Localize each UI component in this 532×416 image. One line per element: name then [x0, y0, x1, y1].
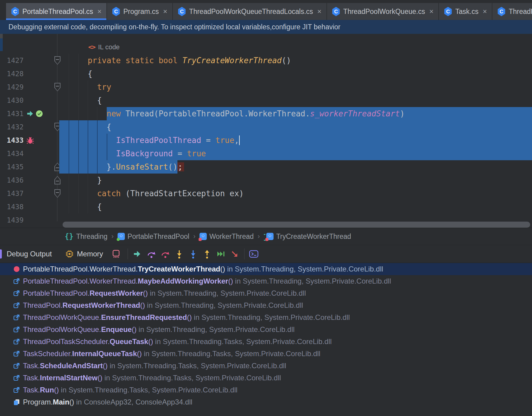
code-text: IsBackground = true	[59, 147, 206, 160]
left-rail-top	[0, 34, 3, 38]
step-into-icon[interactable]	[174, 249, 184, 259]
stack-frame-text: ThreadPoolTaskScheduler.QueueTask() in S…	[23, 337, 332, 346]
stack-frame-row[interactable]: ThreadPoolTaskScheduler.QueueTask() in S…	[0, 336, 532, 348]
line-number-1438[interactable]: 1438	[0, 200, 24, 213]
editor-horizontal-scrollbar[interactable]	[63, 222, 530, 228]
line-number-1439[interactable]: 1439	[0, 213, 24, 227]
code-line-1427[interactable]: private static bool TryCreateWorkerThrea…	[59, 54, 532, 67]
tab-threadpool[interactable]: CThreadPool	[492, 3, 532, 20]
close-tab-icon[interactable]: ×	[429, 7, 433, 16]
csharp-file-icon: C	[112, 7, 120, 16]
code-line-1430[interactable]: {	[59, 94, 532, 107]
line-number-1432[interactable]: 1432	[0, 120, 24, 134]
tab-threadpoolworkqueue-cs[interactable]: CThreadPoolWorkQueue.cs×	[327, 3, 439, 20]
tab-task-cs[interactable]: CTask.cs×	[439, 3, 492, 20]
breakpoint-verified-icon[interactable]	[35, 110, 43, 119]
namespace-icon: {}	[65, 232, 73, 241]
stack-frame-row[interactable]: ThreadPoolWorkQueue.Enqueue() in System.…	[0, 323, 532, 336]
breadcrumb-item-workerthread[interactable]: ◇WorkerThread	[199, 232, 254, 241]
code-line-1433[interactable]: IsThreadPoolThread = true,	[59, 134, 532, 147]
stack-frame-text: Program.Main() in ConsoleApp32, ConsoleA…	[23, 398, 192, 406]
line-number-1431[interactable]: 1431	[0, 107, 24, 120]
tab-label: Task.cs	[455, 8, 478, 16]
breadcrumb: {}Threading›◇PortableThreadPool›◇WorkerT…	[0, 228, 532, 245]
run-to-cursor-icon[interactable]	[216, 249, 226, 259]
line-number-1434[interactable]: 1434	[0, 147, 24, 160]
stack-frame-row[interactable]: PortableThreadPool.RequestWorker() in Sy…	[0, 287, 532, 299]
code-line-1438[interactable]: {	[59, 200, 532, 213]
memory-view-icon[interactable]	[111, 249, 121, 259]
breadcrumb-item-trycreateworkerthread[interactable]: ◇TryCreateWorkerThread	[264, 232, 351, 241]
breadcrumb-item-threading[interactable]: {}Threading	[65, 232, 107, 241]
stack-frame-row[interactable]: Task.ScheduleAndStart() in System.Thread…	[0, 360, 532, 372]
stack-frame-row[interactable]: TaskScheduler.InternalQueueTask() in Sys…	[0, 348, 532, 360]
text-caret	[239, 135, 240, 145]
selection-highlight	[59, 120, 532, 134]
tab-debug-output[interactable]: Debug Output	[7, 250, 52, 258]
close-tab-icon[interactable]: ×	[97, 7, 102, 16]
line-number-1429[interactable]: 1429	[0, 80, 24, 94]
force-run-to-cursor-icon[interactable]	[230, 249, 240, 259]
code-line-1437[interactable]: catch (ThreadStartException ex)	[59, 187, 532, 200]
tab-portablethreadpool-cs[interactable]: CPortableThreadPool.cs×	[6, 3, 106, 20]
line-number-1437[interactable]: 1437	[0, 187, 24, 200]
il-code-label: IL code	[98, 43, 120, 51]
csharp-file-icon: C	[11, 7, 19, 16]
stack-frame-text: PortableThreadPool.RequestWorker() in Sy…	[23, 289, 306, 297]
code-line-1429[interactable]: try	[59, 80, 532, 94]
show-execution-point-icon[interactable]	[132, 249, 142, 259]
line-number-1433[interactable]: 1433	[0, 134, 24, 147]
line-number-1435[interactable]: 1435	[0, 160, 24, 174]
code-line-1432[interactable]: {	[59, 120, 532, 134]
force-step-over-icon[interactable]	[160, 249, 170, 259]
close-tab-icon[interactable]: ×	[163, 7, 167, 16]
stack-frame-row[interactable]: PortableThreadPool.WorkerThread.TryCreat…	[0, 263, 532, 275]
evaluate-console-icon[interactable]	[249, 249, 259, 259]
stack-frame-row[interactable]: Task.Run() in System.Threading.Tasks, Sy…	[0, 384, 532, 396]
breadcrumb-label: PortableThreadPool	[128, 232, 190, 241]
il-code-inlay[interactable]: <>IL code	[88, 41, 120, 54]
code-text: {	[59, 200, 102, 213]
stack-frame-row[interactable]: Task.InternalStartNew() in System.Thread…	[0, 372, 532, 384]
csharp-file-icon: C	[332, 7, 340, 16]
debugger-bug-icon[interactable]	[26, 136, 34, 145]
line-number-1427[interactable]: 1427	[0, 54, 24, 67]
tab-label: ThreadPoolWorkQueue.cs	[343, 8, 425, 16]
close-tab-icon[interactable]: ×	[317, 7, 322, 16]
code-line-1431[interactable]: new Thread(PortableThreadPool.WorkerThre…	[59, 107, 532, 120]
external-icon	[13, 338, 20, 345]
stack-frame-text: Task.ScheduleAndStart() in System.Thread…	[23, 362, 286, 370]
stack-frame-text: Task.InternalStartNew() in System.Thread…	[23, 374, 281, 382]
code-line-1435[interactable]: }.UnsafeStart();	[59, 160, 532, 174]
stack-frame-row[interactable]: Program.Main() in ConsoleApp32, ConsoleA…	[0, 396, 532, 408]
debug-output-icon	[0, 249, 2, 258]
code-text: try	[59, 80, 111, 94]
step-out-icon[interactable]	[202, 249, 212, 259]
code-text: catch (ThreadStartException ex)	[59, 187, 244, 200]
stack-frame-row[interactable]: ThreadPoolWorkQueue.EnsureThreadRequeste…	[0, 311, 532, 323]
tab-threadpoolworkqueuethreadlocals-cs[interactable]: CThreadPoolWorkQueueThreadLocals.cs×	[173, 3, 326, 20]
breadcrumb-separator-icon: ›	[111, 232, 113, 240]
code-line-1436[interactable]: }	[59, 174, 532, 187]
stack-frame-row[interactable]: ThreadPool.RequestWorkerThread() in Syst…	[0, 299, 532, 311]
code-editor[interactable]: <>IL code 1427private static bool TryCre…	[0, 34, 532, 228]
tab-memory[interactable]: Memory	[77, 250, 103, 258]
tab-program-cs[interactable]: CProgram.cs×	[107, 3, 172, 20]
breadcrumb-item-portablethreadpool[interactable]: ◇PortableThreadPool	[118, 232, 190, 241]
jit-behavior-link[interactable]: configure JIT behavior	[272, 23, 340, 31]
external-icon	[13, 302, 20, 309]
execution-pointer-icon[interactable]	[26, 110, 34, 119]
code-line-1428[interactable]: {	[59, 67, 532, 80]
code-text: {	[59, 94, 102, 107]
method-icon: ◇	[266, 233, 274, 240]
stack-frame-row[interactable]: PortableThreadPool.WorkerThread.MaybeAdd…	[0, 275, 532, 287]
line-number-1430[interactable]: 1430	[0, 94, 24, 107]
line-number-1428[interactable]: 1428	[0, 67, 24, 80]
line-number-1436[interactable]: 1436	[0, 174, 24, 187]
code-line-1434[interactable]: IsBackground = true	[59, 147, 532, 160]
step-over-icon[interactable]	[146, 249, 156, 259]
force-step-into-icon[interactable]	[188, 249, 198, 259]
csharp-file-icon: C	[497, 7, 506, 16]
csharp-file-icon: C	[444, 7, 452, 16]
close-tab-icon[interactable]: ×	[483, 7, 487, 16]
